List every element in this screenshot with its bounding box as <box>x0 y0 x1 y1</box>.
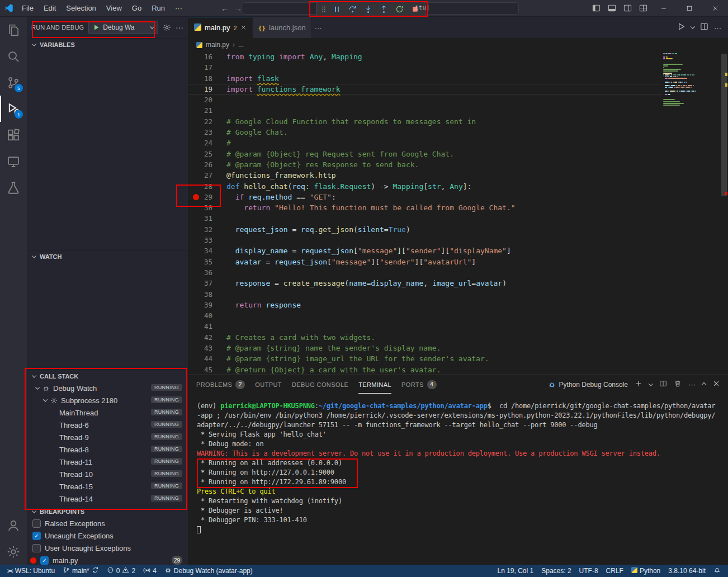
status-item-debug-session[interactable]: Debug Watch (avatar-app) <box>160 565 257 577</box>
account-icon[interactable] <box>0 512 27 538</box>
extensions-icon[interactable] <box>0 122 27 148</box>
call-stack-row[interactable]: Debug WatchRUNNING <box>27 382 188 394</box>
status-item-interpreter[interactable]: 3.8.10 64-bit <box>664 565 710 577</box>
breadcrumb-symbol[interactable]: ... <box>238 41 244 49</box>
forward-arrow-icon[interactable]: → <box>234 4 242 13</box>
line-number[interactable]: 34 <box>188 245 218 256</box>
kill-terminal-icon[interactable] <box>674 380 682 389</box>
settings-gear-icon[interactable] <box>0 538 27 565</box>
breadcrumb-file[interactable]: main.py <box>206 41 229 49</box>
more-actions-icon[interactable]: ··· <box>714 23 721 32</box>
line-number[interactable]: 23 <box>188 127 218 138</box>
start-debug-icon[interactable] <box>93 24 100 31</box>
checkbox[interactable] <box>32 519 41 528</box>
line-number[interactable]: 43 <box>188 343 218 353</box>
tab-main.py[interactable]: main.py2 <box>188 17 253 38</box>
line-number[interactable]: 22 <box>188 116 218 127</box>
line-number[interactable]: 28 <box>188 181 218 192</box>
call-stack-row[interactable]: Thread-15RUNNING <box>27 480 188 493</box>
watch-section-header[interactable]: WATCH <box>27 250 188 262</box>
editor-scrollbar[interactable] <box>720 51 728 375</box>
maximize-button[interactable] <box>677 0 702 17</box>
breakpoint-dot[interactable] <box>193 194 199 200</box>
line-number[interactable]: 20 <box>188 94 218 105</box>
remote-explorer-icon[interactable] <box>0 148 27 174</box>
status-item-problems[interactable]: 02 <box>103 565 139 577</box>
line-number[interactable]: 25 <box>188 149 218 159</box>
call-stack-row[interactable]: Thread-9RUNNING <box>27 431 188 443</box>
toggle-sidebar-icon[interactable] <box>588 0 604 17</box>
panel-tab-ports[interactable]: PORTS4 <box>401 375 437 394</box>
panel-tab-output[interactable]: OUTPUT <box>255 375 282 394</box>
step-into-icon[interactable] <box>361 3 375 15</box>
close-button[interactable] <box>702 0 728 17</box>
menu-edit[interactable]: Edit <box>39 0 61 17</box>
line-number[interactable]: 19 <box>188 84 218 94</box>
run-and-debug-icon[interactable]: 1 <box>0 96 27 122</box>
line-number[interactable]: 39 <box>188 300 218 310</box>
status-item-encoding[interactable]: UTF-8 <box>575 565 602 577</box>
chevron-down-icon[interactable] <box>649 381 653 386</box>
testing-icon[interactable] <box>0 174 27 201</box>
line-number[interactable]: 17 <box>188 62 218 73</box>
menu-file[interactable]: File <box>17 0 39 17</box>
tab-overflow[interactable]: ··· <box>312 17 325 38</box>
step-over-icon[interactable] <box>346 3 359 15</box>
call-stack-row[interactable]: Thread-6RUNNING <box>27 419 188 431</box>
breakpoint-item[interactable]: ✓main.py29 <box>27 554 188 565</box>
line-number[interactable]: 24 <box>188 138 218 148</box>
checkbox[interactable]: ✓ <box>32 532 41 540</box>
toggle-panel-icon[interactable] <box>604 0 620 17</box>
line-number[interactable]: 31 <box>188 213 218 224</box>
line-number[interactable]: 18 <box>188 73 218 84</box>
line-number[interactable]: 36 <box>188 267 218 278</box>
gear-icon[interactable] <box>163 23 171 32</box>
breakpoint-item[interactable]: User Uncaught Exceptions <box>27 542 188 554</box>
chevron-up-icon[interactable] <box>702 382 706 386</box>
back-arrow-icon[interactable]: ← <box>221 4 229 13</box>
status-item-remote-indicator[interactable]: ><WSL: Ubuntu <box>3 565 59 577</box>
step-out-icon[interactable] <box>377 3 390 15</box>
split-editor-icon[interactable] <box>700 22 708 32</box>
line-number[interactable]: 29 <box>188 192 218 202</box>
checkbox[interactable] <box>32 544 41 552</box>
breakpoint-item[interactable]: ✓Uncaught Exceptions <box>27 529 188 542</box>
menu-run[interactable]: Run <box>146 0 170 17</box>
line-number[interactable]: 45 <box>188 365 218 375</box>
variables-section-header[interactable]: VARIABLES <box>27 38 188 50</box>
line-number[interactable]: 35 <box>188 257 218 267</box>
menu-overflow-icon[interactable]: ··· <box>170 0 187 17</box>
call-stack-row[interactable]: Subprocess 2180RUNNING <box>27 394 188 406</box>
tab-launch.json[interactable]: {}launch.json <box>253 17 312 38</box>
source-control-icon[interactable]: 5 <box>0 69 27 96</box>
customize-layout-icon[interactable] <box>635 0 651 17</box>
terminal-instance[interactable]: Python Debug Console <box>548 381 628 389</box>
more-actions-icon[interactable]: ··· <box>688 380 696 389</box>
chevron-down-icon[interactable] <box>691 24 695 29</box>
status-item-notifications[interactable] <box>710 565 725 577</box>
debug-config-dropdown[interactable]: Debug Wa <box>88 21 158 34</box>
terminal-output[interactable]: (env) pierrick@LAPTOP-HKU5PNNG:~/git/goo… <box>188 394 728 565</box>
search-icon[interactable] <box>0 43 27 69</box>
line-number[interactable]: 42 <box>188 332 218 343</box>
status-item-ports-forwarded[interactable]: 4 <box>139 565 160 577</box>
line-number[interactable]: 33 <box>188 235 218 245</box>
breakpoint-item[interactable]: Raised Exceptions <box>27 517 188 529</box>
status-item-cursor-position[interactable]: Ln 19, Col 1 <box>493 565 537 577</box>
line-number[interactable]: 38 <box>188 289 218 300</box>
status-item-indentation[interactable]: Spaces: 2 <box>537 565 575 577</box>
status-item-language-mode[interactable]: Python <box>627 565 664 577</box>
toggle-secondary-sidebar-icon[interactable] <box>620 0 635 17</box>
checkbox[interactable]: ✓ <box>40 556 49 565</box>
menu-selection[interactable]: Selection <box>61 0 101 17</box>
call-stack-row[interactable]: Thread-11RUNNING <box>27 456 188 468</box>
call-stack-section-header[interactable]: CALL STACK <box>27 370 188 382</box>
menu-go[interactable]: Go <box>127 0 146 17</box>
line-number[interactable]: 27 <box>188 170 218 181</box>
breakpoints-section-header[interactable]: BREAKPOINTS <box>27 505 188 517</box>
line-number[interactable]: 21 <box>188 105 218 116</box>
line-number[interactable]: 16 <box>188 51 218 62</box>
line-number[interactable]: 41 <box>188 321 218 332</box>
line-number[interactable]: 44 <box>188 353 218 364</box>
close-icon[interactable] <box>240 25 247 31</box>
